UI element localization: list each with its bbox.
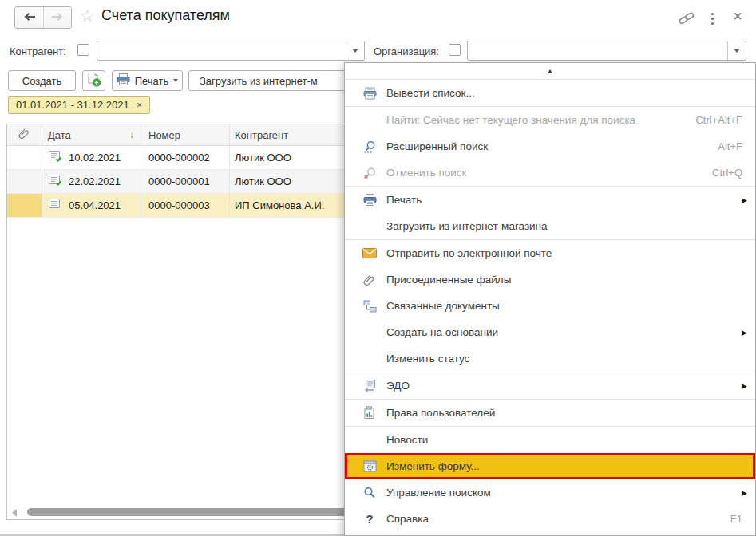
date-cell: 05.04.2021 [42, 194, 141, 217]
menu-item-label: Связанные документы [386, 300, 755, 312]
date-column-header[interactable]: Дата ↓ [42, 124, 141, 145]
back-button[interactable] [15, 7, 43, 28]
submenu-arrow-icon: ▶ [742, 382, 747, 390]
number-column-header[interactable]: Номер [141, 124, 230, 145]
kontragent-filter-input[interactable] [97, 41, 365, 61]
menu-item-print[interactable]: Печать▶ [345, 187, 755, 213]
organization-filter-checkbox[interactable] [449, 44, 461, 56]
print-list-icon [361, 87, 378, 100]
nav-button-group [14, 6, 72, 29]
menu-item-shortcut: Alt+F [718, 140, 742, 152]
scroll-left-icon[interactable] [12, 509, 17, 517]
back-arrow-icon [23, 10, 36, 25]
menu-item-help[interactable]: ?СправкаF1 [345, 506, 755, 532]
menu-item-search-management[interactable]: Управление поиском▶ [345, 479, 755, 506]
menu-item-label: Найти: Сейчас нет текущего значения для … [386, 114, 695, 126]
forward-arrow-icon [51, 10, 64, 25]
menu-item-label: Расширенный поиск [386, 140, 718, 152]
document-posted-icon [48, 174, 62, 189]
document-posted-icon [48, 150, 62, 165]
menu-item-label: Управление поиском [386, 487, 742, 499]
chevron-down-icon [352, 49, 358, 53]
attach-cell [7, 146, 42, 169]
load-from-online-store-button[interactable]: Загрузить из интернет-м [188, 70, 367, 91]
menu-item-label: Новости [386, 434, 755, 446]
printer-icon [361, 194, 378, 206]
menu-item-attached-files[interactable]: Присоединенные файлы [345, 266, 755, 293]
document-icon [48, 198, 62, 213]
create-copy-button[interactable] [82, 70, 105, 91]
menu-item-label: Изменить форму... [386, 460, 753, 472]
number-cell: 0000-000003 [141, 194, 230, 217]
close-icon[interactable]: × [729, 7, 746, 25]
linked-docs-icon [361, 300, 378, 313]
menu-item-shortcut: Ctrl+Alt+F [695, 114, 742, 126]
menu-item-show-list[interactable]: Вывести список... [345, 80, 755, 106]
menu-item-send-by-email[interactable]: Отправить по электронной почте [345, 240, 755, 266]
remove-filter-icon[interactable]: × [137, 99, 143, 111]
menu-item-load-from-online-store[interactable]: Загрузить из интернет-магазина [345, 213, 755, 239]
email-icon [361, 248, 378, 258]
menu-item-label: Отменить поиск [386, 167, 712, 179]
chevron-down-icon [734, 49, 740, 53]
menu-item-label: ЭДО [386, 380, 742, 392]
menu-item-advanced-search[interactable]: Расширенный поискAlt+F [345, 133, 755, 160]
chevron-down-icon [173, 79, 178, 82]
date-cell: 10.02.2021 [42, 146, 141, 169]
advanced-search-icon [361, 140, 378, 153]
kontragent-dropdown-button[interactable] [346, 41, 364, 60]
kebab-menu-icon[interactable] [703, 10, 721, 27]
menu-item-label: Создать на основании [386, 326, 742, 338]
date-value: 05.04.2021 [69, 199, 121, 211]
star-icon[interactable]: ☆ [80, 6, 95, 26]
menu-item-user-rights[interactable]: Права пользователей [345, 400, 755, 426]
printer-icon [117, 73, 130, 88]
number-cell: 0000-000002 [141, 146, 230, 169]
scroll-up-icon: ▲ [547, 67, 554, 75]
kontragent-filter-label: Контрагент: [10, 45, 66, 57]
menu-item-find-status: Найти: Сейчас нет текущего значения для … [345, 107, 755, 133]
organization-filter-label: Организация: [374, 45, 439, 57]
paperclip-icon [18, 128, 30, 142]
menu-item-label: Загрузить из интернет-магазина [386, 220, 755, 232]
paperclip-icon [361, 274, 378, 286]
menu-item-shortcut: F1 [730, 513, 742, 525]
submenu-arrow-icon: ▶ [742, 489, 747, 497]
date-value: 22.02.2021 [69, 175, 121, 187]
help-icon: ? [361, 512, 378, 526]
menu-scroll-up[interactable]: ▲ [345, 63, 755, 80]
menu-item-edo[interactable]: ЭДО▶ [345, 372, 755, 399]
submenu-arrow-icon: ▶ [742, 196, 747, 204]
menu-item-news[interactable]: Новости [345, 427, 755, 453]
menu-item-change-status[interactable]: Изменить статус [345, 345, 755, 372]
print-button-label: Печать [135, 75, 169, 87]
menu-item-linked-documents[interactable]: Связанные документы [345, 293, 755, 319]
page-title: Счета покупателям [101, 7, 230, 24]
print-button[interactable]: Печать [112, 70, 183, 91]
search-manage-icon [361, 487, 378, 499]
attach-column-header[interactable] [7, 124, 42, 145]
period-filter-text: 01.01.2021 - 31.12.2021 [16, 99, 129, 111]
period-filter-tag[interactable]: 01.01.2021 - 31.12.2021 × [8, 96, 150, 114]
menu-item-cancel-search: Отменить поискCtrl+Q [345, 160, 755, 186]
attach-cell [7, 170, 42, 193]
menu-item-shortcut: Ctrl+Q [712, 167, 742, 179]
organization-dropdown-button[interactable] [727, 41, 746, 60]
forward-button[interactable] [43, 7, 71, 28]
kontragent-filter-checkbox[interactable] [77, 44, 89, 56]
date-cell: 22.02.2021 [42, 170, 141, 193]
menu-item-create-based-on[interactable]: Создать на основании▶ [345, 319, 755, 345]
document-add-icon [86, 72, 101, 89]
edo-icon [361, 380, 378, 392]
user-rights-icon [361, 406, 378, 420]
submenu-arrow-icon: ▶ [742, 329, 747, 337]
cancel-search-icon [361, 167, 378, 179]
organization-filter-input[interactable] [467, 41, 746, 61]
chain-link-icon[interactable] [678, 10, 695, 27]
menu-item-label: Изменить статус [386, 353, 755, 365]
menu-item-label: Присоединенные файлы [386, 274, 755, 286]
menu-item-label: Справка [386, 513, 730, 525]
menu-item-label: Отправить по электронной почте [386, 247, 755, 259]
menu-item-edit-form[interactable]: Изменить форму... [345, 453, 755, 479]
create-button[interactable]: Создать [8, 70, 76, 91]
